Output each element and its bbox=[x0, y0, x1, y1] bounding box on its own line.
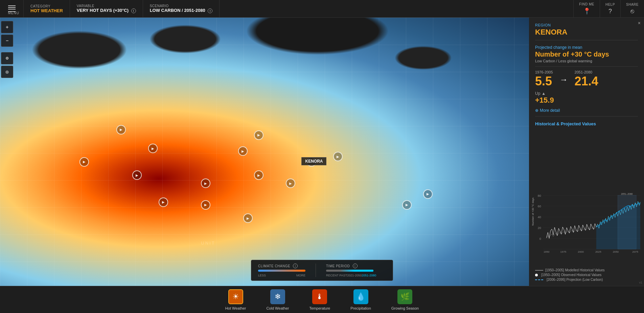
share-icon: ⎋ bbox=[630, 8, 634, 15]
growing-season-icon-wrap: 🌿 bbox=[397, 289, 412, 304]
category-value[interactable]: HOT WEATHER bbox=[30, 8, 63, 13]
map-play-button[interactable]: ▶ bbox=[79, 157, 89, 167]
climate-slider-labels: LESS MORE bbox=[258, 274, 305, 277]
panel-divider-3 bbox=[535, 116, 638, 117]
plus-icon: ⊕ bbox=[535, 108, 538, 113]
map-play-button[interactable]: ▶ bbox=[148, 144, 158, 153]
svg-text:2000: 2000 bbox=[578, 250, 584, 253]
variable-group: Variable VERY HOT DAYS (+30°C) i bbox=[70, 0, 143, 17]
svg-text:2075: 2075 bbox=[632, 250, 638, 253]
value-from-group: 1976-2005 5.5 bbox=[535, 70, 553, 88]
scenario-value[interactable]: LOW CARBON / 2051-2080 i bbox=[150, 8, 213, 13]
find-me-button[interactable]: FIND ME 📍 bbox=[573, 0, 600, 18]
precipitation-icon: 💧 bbox=[356, 292, 365, 301]
land-overlay bbox=[0, 18, 529, 286]
map-area[interactable]: ▶ ▶ ▶ ▶ ▶ ▶ ▶ ▶ ▶ ▶ ▶ ▶ ▶ ▶ ▶ ▶ KENORA U… bbox=[0, 18, 529, 286]
chart-area: 80 60 40 20 0 Number of +30 °C days 1950… bbox=[529, 192, 644, 286]
growing-season-label: Growing Season bbox=[391, 306, 419, 310]
map-play-button[interactable]: ▶ bbox=[238, 146, 248, 156]
share-button[interactable]: SHARE ⎋ bbox=[620, 0, 644, 18]
map-play-button[interactable]: ▶ bbox=[201, 200, 210, 210]
category-precipitation[interactable]: 💧 Precipitation bbox=[340, 287, 381, 313]
map-play-button[interactable]: ▶ bbox=[423, 189, 433, 199]
map-play-button[interactable]: ▶ bbox=[307, 157, 316, 167]
scenario-group: Scenario LOW CARBON / 2051-2080 i bbox=[143, 0, 220, 17]
legend-projected: [2006–2095] Projection (Low Carbon) bbox=[535, 278, 638, 281]
legend-modelled: [1950–2005] Modelled Historical Values bbox=[535, 268, 638, 272]
svg-text:80: 80 bbox=[538, 194, 541, 197]
svg-text:60: 60 bbox=[538, 205, 541, 208]
proj-label: Projected change in mean bbox=[535, 45, 638, 50]
climate-info-icon[interactable]: i bbox=[293, 264, 298, 268]
right-panel: × Region KENORA Projected change in mean… bbox=[529, 18, 644, 286]
temperature-icon: 🌡 bbox=[316, 292, 323, 301]
time-slider[interactable] bbox=[326, 270, 373, 272]
chart-svg: 80 60 40 20 0 Number of +30 °C days 1950… bbox=[531, 192, 642, 266]
map-play-button[interactable]: ▶ bbox=[254, 130, 263, 140]
metric-name: Number of +30 °C days bbox=[535, 50, 638, 58]
category-cold-weather[interactable]: ❄ Cold Weather bbox=[256, 287, 299, 313]
up-arrow-icon: ▲ bbox=[542, 91, 546, 96]
map-play-button[interactable]: ▶ bbox=[402, 200, 412, 210]
map-play-button[interactable]: ▶ bbox=[116, 125, 126, 134]
menu-button[interactable]: MENU bbox=[0, 0, 24, 18]
value-from: 5.5 bbox=[535, 74, 553, 88]
settings-button[interactable]: ⚙ bbox=[1, 52, 13, 64]
temperature-icon-wrap: 🌡 bbox=[312, 289, 327, 304]
category-growing-season[interactable]: 🌿 Growing Season bbox=[381, 287, 429, 313]
map-play-button[interactable]: ▶ bbox=[159, 197, 168, 207]
variable-info-icon[interactable]: i bbox=[131, 8, 136, 13]
climate-slider[interactable] bbox=[258, 270, 305, 272]
cold-weather-icon: ❄ bbox=[275, 292, 281, 301]
value-to: 21.4 bbox=[575, 74, 598, 88]
time-slider-labels: RECENT PAST 2021-2050 2051-2080 bbox=[326, 274, 376, 277]
svg-text:0: 0 bbox=[539, 237, 541, 241]
hot-weather-icon: ☀ bbox=[232, 292, 239, 301]
legend-observed: [1950–2005] Observed Historical Values bbox=[535, 273, 638, 277]
svg-text:40: 40 bbox=[538, 215, 541, 219]
variable-value[interactable]: VERY HOT DAYS (+30°C) i bbox=[77, 8, 136, 13]
svg-text:20: 20 bbox=[538, 226, 541, 230]
precipitation-icon-wrap: 💧 bbox=[353, 289, 368, 304]
controls-bar: CLIMATE CHANGE i LESS MORE TIME PERIOD i… bbox=[251, 260, 393, 281]
zoom-in-button[interactable]: + bbox=[1, 21, 13, 33]
category-temperature[interactable]: 🌡 Temperature bbox=[299, 287, 340, 313]
projected-line bbox=[535, 279, 543, 280]
scenario-info-icon[interactable]: i bbox=[208, 8, 212, 13]
legend-observed-label: [1950–2005] Observed Historical Values bbox=[541, 273, 601, 277]
category-sub: Category bbox=[30, 4, 63, 8]
scenario-label: Low Carbon / Less global warming bbox=[535, 59, 638, 63]
svg-text:Number of +30 °C days: Number of +30 °C days bbox=[531, 197, 534, 226]
chart-legend: [1950–2005] Modelled Historical Values [… bbox=[531, 268, 642, 283]
value-to-group: 2051-2080 21.4 bbox=[575, 70, 598, 88]
legend-projected-label: [2006–2095] Projection (Low Carbon) bbox=[547, 278, 603, 281]
growing-season-icon: 🌿 bbox=[400, 292, 410, 301]
modelled-line bbox=[535, 270, 543, 271]
svg-text:1950: 1950 bbox=[544, 250, 550, 253]
hist-title: Historical & Projected Values bbox=[535, 121, 638, 126]
help-button[interactable]: HELP ? bbox=[600, 0, 620, 18]
left-tools: + − ⚙ ◎ bbox=[0, 18, 14, 78]
panel-divider-2 bbox=[535, 66, 638, 67]
zoom-out-button[interactable]: − bbox=[1, 35, 13, 47]
climate-label: CLIMATE CHANGE i bbox=[258, 264, 305, 268]
topbar: MENU Category HOT WEATHER Variable VERY … bbox=[0, 0, 644, 18]
map-play-button[interactable]: ▶ bbox=[286, 179, 295, 188]
more-detail-button[interactable]: ⊕ More detail bbox=[535, 108, 638, 113]
year-to: 2051-2080 bbox=[575, 70, 598, 74]
panel-divider-1 bbox=[535, 40, 638, 40]
map-play-button[interactable]: ▶ bbox=[254, 170, 263, 180]
precipitation-label: Precipitation bbox=[350, 306, 371, 310]
change-value: +15.9 bbox=[535, 96, 638, 105]
climate-change-group: CLIMATE CHANGE i LESS MORE bbox=[258, 264, 305, 277]
time-info-icon[interactable]: i bbox=[353, 264, 358, 268]
hot-weather-icon-wrap: ☀ bbox=[228, 289, 243, 304]
cold-weather-icon-wrap: ❄ bbox=[270, 289, 285, 304]
controls-divider bbox=[316, 264, 316, 277]
help-icon: ? bbox=[608, 8, 612, 15]
close-panel-button[interactable]: × bbox=[638, 20, 641, 26]
layers-button[interactable]: ◎ bbox=[1, 66, 13, 78]
variable-sub: Variable bbox=[77, 4, 136, 8]
category-hot-weather[interactable]: ☀ Hot Weather bbox=[215, 287, 256, 313]
category-group: Category HOT WEATHER bbox=[24, 0, 70, 17]
